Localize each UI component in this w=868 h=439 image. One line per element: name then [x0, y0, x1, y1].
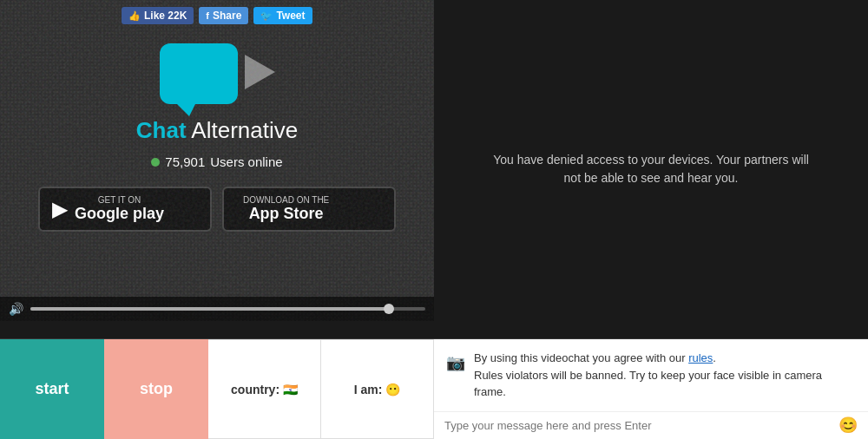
users-count: 75,901	[165, 154, 205, 169]
volume-bar: 🔊	[0, 297, 434, 321]
google-play-text: GET IT ON Google play	[75, 195, 164, 223]
online-indicator	[151, 158, 160, 167]
app-store-button[interactable]: Download on the App Store	[222, 187, 396, 232]
right-video-panel: You have denied access to your devices. …	[434, 0, 868, 338]
rules-link[interactable]: rules	[688, 351, 713, 364]
iam-button[interactable]: I am: 😶	[321, 339, 434, 439]
chat-messages: 📷 By using this videochat you agree with…	[434, 339, 868, 411]
share-label: Share	[213, 10, 241, 22]
app-store-line2: App Store	[243, 205, 329, 223]
twitter-tweet-button[interactable]: 🐦 Tweet	[253, 7, 312, 24]
country-label: country:	[231, 383, 279, 396]
users-label: Users online	[210, 154, 282, 169]
chat-bubble-icon	[160, 43, 238, 104]
chat-video-icon: 📷	[446, 351, 465, 401]
volume-icon: 🔊	[9, 302, 23, 316]
logo-area: Chat Alternative 75,901 Users online ▶ G…	[0, 0, 434, 232]
google-play-icon: ▶	[52, 197, 68, 221]
country-button[interactable]: country: 🇮🇳	[208, 339, 321, 439]
main-area: Chat Alternative 75,901 Users online ▶ G…	[0, 0, 868, 338]
google-play-line2: Google play	[75, 205, 164, 223]
access-denied-message: You have denied access to your devices. …	[486, 151, 816, 187]
social-bar: 👍 Like 22K f Share 🐦 Tweet	[122, 7, 312, 24]
chat-message-pre: By using this videochat you agree with o…	[474, 351, 688, 364]
facebook-share-button[interactable]: f Share	[199, 7, 248, 24]
action-buttons: start stop country: 🇮🇳 I am: 😶	[0, 339, 434, 439]
left-video-panel: Chat Alternative 75,901 Users online ▶ G…	[0, 0, 434, 321]
country-flag: 🇮🇳	[283, 383, 298, 396]
tweet-label: Tweet	[276, 10, 305, 22]
volume-fill	[30, 307, 386, 311]
facebook-like-button[interactable]: 👍 Like 22K	[122, 7, 194, 24]
site-title: Chat Alternative	[136, 117, 298, 144]
bottom-controls: start stop country: 🇮🇳 I am: 😶 📷 By usin…	[0, 338, 868, 439]
facebook-icon: 👍	[128, 10, 141, 22]
share-icon: f	[206, 10, 209, 21]
twitter-icon: 🐦	[260, 10, 273, 22]
google-play-button[interactable]: ▶ GET IT ON Google play	[38, 187, 212, 232]
logo-icon	[160, 43, 275, 104]
site-title-chat: Chat	[136, 117, 187, 143]
like-label: Like 22K	[144, 10, 187, 22]
chat-input[interactable]	[444, 419, 832, 432]
app-store-text: Download on the App Store	[243, 195, 329, 223]
camera-icon	[245, 55, 275, 89]
site-title-alternative: Alternative	[187, 117, 299, 143]
google-play-line1: GET IT ON	[75, 195, 164, 205]
emoji-button[interactable]: 😊	[838, 416, 858, 435]
app-store-line1: Download on the	[243, 195, 329, 205]
users-online: 75,901 Users online	[151, 154, 282, 169]
volume-thumb	[384, 304, 394, 314]
iam-emoji: 😶	[385, 383, 400, 396]
chat-panel: 📷 By using this videochat you agree with…	[434, 339, 868, 439]
chat-input-area: 😊	[434, 411, 868, 440]
start-button[interactable]: start	[0, 339, 104, 439]
stop-button[interactable]: stop	[104, 339, 208, 439]
volume-track[interactable]	[30, 307, 425, 311]
chat-text: By using this videochat you agree with o…	[474, 350, 856, 401]
iam-label: I am:	[354, 383, 383, 396]
app-buttons: ▶ GET IT ON Google play Download on the …	[38, 187, 396, 232]
